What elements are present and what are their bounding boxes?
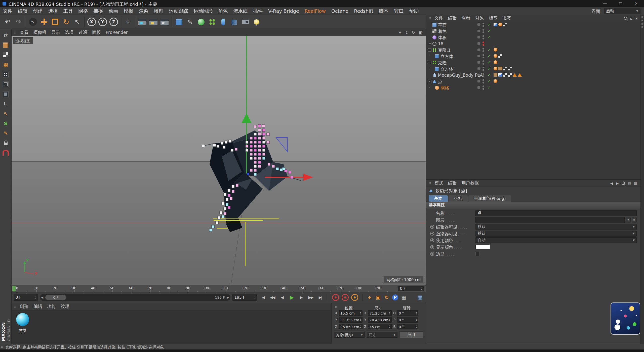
material-menu-0[interactable]: 创建 (17, 303, 31, 310)
menubar-item-13[interactable]: 角色 (215, 7, 230, 15)
nav-back-icon[interactable]: ◀ (610, 181, 613, 185)
cloner-button[interactable] (207, 16, 218, 28)
tab-1[interactable]: 坐标 (449, 195, 468, 202)
menubar-item-0[interactable]: 文件 (0, 7, 15, 15)
menubar-item-21[interactable]: 窗口 (391, 7, 406, 15)
menubar-item-7[interactable]: 动画 (106, 7, 121, 15)
spinner-arrows-icon[interactable]: ▴▾ (416, 317, 417, 322)
material-list[interactable]: 材质 (12, 310, 331, 344)
anim-track-icon[interactable] (430, 232, 434, 236)
editor-visibility-dot[interactable] (482, 54, 484, 56)
record-keyframe-button[interactable] (332, 294, 339, 301)
object-row-9[interactable]: -点✓ (426, 78, 641, 84)
render-view-button[interactable] (137, 16, 148, 28)
object-manager-menu-1[interactable]: 编辑 (446, 15, 459, 22)
dock-tab-icon[interactable] (641, 20, 643, 21)
menubar-item-17[interactable]: RealFlow (302, 7, 329, 15)
rotate-view-icon[interactable]: ↻ (412, 30, 415, 35)
editor-visibility-dot[interactable] (482, 85, 484, 87)
play-button[interactable]: ▶ (287, 294, 296, 301)
editor-visibility-dot[interactable] (482, 35, 484, 37)
menubar-item-12[interactable]: 运动图形 (191, 7, 215, 15)
layer-chip[interactable] (477, 42, 480, 45)
frame-spinner-arrows[interactable]: ▴▾ (421, 286, 422, 291)
tan-tag[interactable] (498, 67, 502, 70)
object-row-10[interactable]: └网格✓ (426, 84, 641, 91)
material-item[interactable]: 材质 (15, 313, 30, 333)
panel-handle-icon[interactable] (429, 182, 431, 184)
slider-left-arrow-icon[interactable]: ◀ (41, 296, 43, 299)
snap-mode-button[interactable] (1, 148, 11, 157)
timeline-ruler[interactable]: 0102030405060708090100110120130140150160… (12, 285, 426, 292)
editor-visibility-dot[interactable] (482, 41, 484, 43)
visibility-dots[interactable] (482, 67, 484, 71)
rotate-button[interactable]: ↻ (61, 16, 72, 28)
render-picture-viewer-button[interactable] (148, 16, 159, 28)
anim-track-icon[interactable] (430, 225, 434, 229)
editor-visibility-dot[interactable] (482, 29, 484, 31)
visibility-dots[interactable] (482, 79, 484, 83)
layer-chip[interactable] (477, 86, 480, 89)
primitive-cube-button[interactable] (173, 16, 184, 28)
render-visibility-dot[interactable] (482, 31, 484, 33)
object-row-3[interactable]: +18 (426, 40, 641, 47)
checkbox[interactable] (475, 252, 480, 256)
rotation-field-0[interactable]: 0 °▴▾ (397, 310, 418, 316)
pan-view-icon[interactable]: + (398, 30, 402, 35)
record-position-button[interactable]: + (366, 294, 373, 301)
material-menu-1[interactable]: 编辑 (31, 303, 45, 310)
material-preview[interactable] (16, 313, 29, 326)
object-row-8[interactable]: MocapGuy_Body PLA✓ (426, 72, 641, 78)
render-visibility-dot[interactable] (482, 69, 484, 71)
redo-button[interactable]: ↷ (13, 16, 24, 28)
viewport-menu-4[interactable]: 过滤 (76, 29, 90, 36)
lock-z-button[interactable]: Z (108, 16, 119, 28)
model-mode-button[interactable] (1, 40, 11, 50)
attribute-menu-1[interactable]: 编辑 (446, 180, 459, 187)
object-row-7[interactable]: └立方体✓ (426, 66, 641, 72)
tab-0[interactable]: 基本 (429, 195, 448, 202)
enabled-check-icon[interactable]: ✓ (488, 22, 491, 27)
object-row-2[interactable]: 体积✓ (426, 34, 641, 40)
tan-tag[interactable] (494, 73, 497, 77)
object-row-0[interactable]: 平面✓ (426, 22, 641, 28)
coordinate-mode-dropdown[interactable]: 对象(相对) ▼ (334, 332, 365, 338)
nav-forward-icon[interactable]: ▶ (616, 181, 619, 185)
warn-tag[interactable] (513, 73, 517, 77)
size-mode-dropdown[interactable]: 尺寸 ▼ (367, 332, 397, 338)
render-visibility-dot[interactable] (482, 75, 484, 77)
slider-right-arrow-icon[interactable]: ▶ (227, 296, 229, 299)
checker-tag[interactable] (503, 73, 507, 77)
panel-handle-icon[interactable] (14, 31, 16, 34)
floor-button[interactable]: ▦ (229, 16, 240, 28)
material-menu-3[interactable]: 纹理 (58, 303, 72, 310)
layer-chip[interactable] (477, 30, 480, 32)
render-visibility-dot[interactable] (482, 38, 484, 39)
uv-mode-button[interactable]: ▦ (1, 60, 11, 69)
checker-tag[interactable] (498, 54, 502, 58)
visibility-dots[interactable] (482, 23, 484, 27)
search-icon[interactable] (624, 17, 627, 20)
menubar-item-1[interactable]: 编辑 (15, 7, 30, 15)
object-row-1[interactable]: 着色✓ (426, 28, 641, 34)
layer-chip[interactable] (477, 80, 480, 82)
layout-dropdown[interactable]: 启动 ▼ (604, 8, 640, 14)
subdivision-surface-button[interactable] (195, 16, 207, 28)
record-pla-button[interactable]: ▦ (400, 294, 408, 301)
move-button[interactable] (38, 16, 50, 28)
rotation-field-2[interactable]: 0 °▴▾ (397, 324, 418, 329)
lock-y-button[interactable]: Y (97, 16, 108, 28)
menubar-item-20[interactable]: 脚本 (376, 7, 391, 15)
minimize-button[interactable]: — (597, 0, 613, 7)
visibility-dots[interactable] (482, 60, 484, 65)
last-tool-button[interactable]: ↖ (72, 16, 83, 28)
menubar-item-11[interactable]: 运动跟踪 (166, 7, 191, 15)
menubar-item-5[interactable]: 网格 (75, 7, 91, 15)
enabled-check-icon[interactable]: ✓ (488, 48, 491, 52)
menubar-item-19[interactable]: Redshift (351, 7, 376, 15)
menubar-item-18[interactable]: Octane (329, 7, 351, 15)
close-button[interactable]: × (628, 0, 644, 7)
lock-x-button[interactable]: X (86, 16, 97, 28)
next-key-button[interactable]: ▶▶ (306, 294, 315, 301)
texture-mode-button[interactable] (1, 50, 11, 59)
